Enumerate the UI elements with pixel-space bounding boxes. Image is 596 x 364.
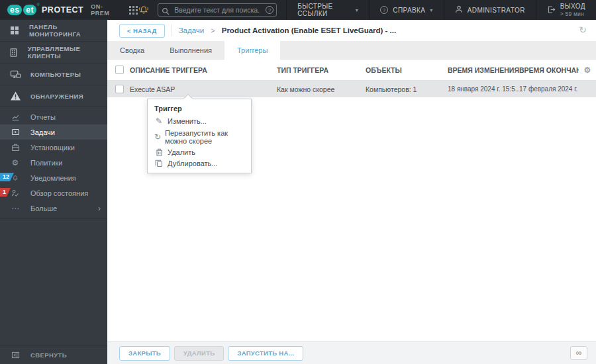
top-bar: es et ® PROTECT ON-PREM ? <box>0 0 596 20</box>
notifications-bell-icon[interactable] <box>138 5 150 15</box>
row-description: Execute ASAP <box>130 85 277 93</box>
gear-icon: ⚙ <box>0 158 30 167</box>
menu-item-duplicate[interactable]: Дублировать... <box>148 158 251 169</box>
tab-label: Триггеры <box>237 46 268 54</box>
run-on-button[interactable]: ЗАПУСТИТЬ НА... <box>228 346 303 361</box>
close-button[interactable]: ЗАКРЫТЬ <box>119 346 170 361</box>
back-button[interactable]: < НАЗАД <box>119 24 165 38</box>
sidebar-item-label: Установщики <box>30 144 75 152</box>
apps-grid-icon[interactable] <box>129 6 138 15</box>
tab-triggers[interactable]: Триггеры <box>224 41 280 60</box>
product-name: PROTECT <box>42 5 83 15</box>
help-label: СПРАВКА <box>393 7 425 14</box>
sidebar: ПАНЕЛЬ МОНИТОРИНГА УПРАВЛЯЕМЫЕ КЛИЕНТЫ <box>0 20 107 364</box>
column-header-expiration[interactable]: ВРЕМЯ ОКОНЧАНИЯ. <box>519 66 579 74</box>
reports-icon <box>0 113 30 121</box>
menu-item-edit[interactable]: ✎ Изменить... <box>148 114 251 127</box>
delete-icon <box>154 148 164 156</box>
refresh-icon[interactable]: ↻ <box>579 24 587 35</box>
search-input[interactable] <box>158 3 277 17</box>
main-content: < НАЗАД Задачи > Product Activation (Ena… <box>107 20 596 364</box>
help-icon: ? <box>380 6 388 14</box>
tab-executions[interactable]: Выполнения <box>157 41 224 59</box>
chevron-right-icon: › <box>98 204 101 213</box>
rerun-icon: ↻ <box>154 132 161 142</box>
column-settings-gear-icon[interactable]: ⚙ <box>579 66 596 75</box>
column-header-description[interactable]: ОПИСАНИЕ ТРИГГЕРА <box>130 66 277 74</box>
quick-links-label: БЫСТРЫЕ ССЫЛКИ <box>297 3 351 17</box>
sidebar-item-tasks[interactable]: Задачи <box>0 124 107 140</box>
more-icon: ⋯ <box>0 204 30 213</box>
breadcrumb-parent-link[interactable]: Задачи <box>179 26 205 34</box>
menu-item-delete[interactable]: Удалить <box>148 146 251 158</box>
select-all-checkbox[interactable] <box>115 66 124 74</box>
menu-item-label: Дублировать... <box>168 159 217 167</box>
show-all-infinity-button[interactable]: ∞ <box>570 346 587 360</box>
action-footer: ЗАКРЫТЬ УДАЛИТЬ ЗАПУСТИТЬ НА... ∞ <box>107 341 596 364</box>
user-label: ADMINISTRATOR <box>468 7 525 14</box>
trigger-context-menu: Триггер ✎ Изменить... ↻ Перезапустить ка… <box>147 99 252 173</box>
computers-icon <box>0 69 30 79</box>
sidebar-item-label: УПРАВЛЯЕМЫЕ КЛИЕНТЫ <box>28 45 107 60</box>
column-header-targets[interactable]: ОБЪЕКТЫ <box>366 66 448 74</box>
delete-button[interactable]: УДАЛИТЬ <box>174 346 224 361</box>
table-header: ОПИСАНИЕ ТРИГГЕРА ТИП ТРИГГЕРА ОБЪЕКТЫ В… <box>107 60 596 81</box>
sidebar-item-reports[interactable]: Отчеты <box>0 109 107 124</box>
breadcrumb-current: Product Activation (Enable ESET LiveGuar… <box>222 26 396 34</box>
row-targets: Компьютеров: 1 <box>366 85 448 93</box>
sidebar-item-detections[interactable]: ОБНАРУЖЕНИЯ <box>0 85 107 107</box>
menu-item-label: Изменить... <box>168 117 207 125</box>
column-header-modified[interactable]: ВРЕМЯ ИЗМЕНЕНИЯ <box>448 66 519 74</box>
sidebar-item-label: Обзор состояния <box>30 189 88 197</box>
user-icon <box>455 5 463 15</box>
logout-session-time: > 59 мин <box>560 11 585 17</box>
tab-label: Сводка <box>120 46 144 54</box>
logout-button[interactable]: ВЫХОД > 59 мин <box>536 0 596 20</box>
help-menu[interactable]: ? СПРАВКА ▾ <box>369 0 443 20</box>
breadcrumb: < НАЗАД Задачи > Product Activation (Ena… <box>107 20 596 41</box>
sidebar-item-computers[interactable]: КОМПЬЮТЕРЫ <box>0 64 107 85</box>
installer-box-icon <box>0 143 30 152</box>
product-suffix: ON-PREM <box>91 3 117 17</box>
sidebar-item-label: ОБНАРУЖЕНИЯ <box>30 93 83 100</box>
quick-links-menu[interactable]: БЫСТРЫЕ ССЫЛКИ ▾ <box>286 0 369 20</box>
sidebar-item-label: КОМПЬЮТЕРЫ <box>30 71 81 78</box>
sidebar-item-more[interactable]: ⋯ Больше › <box>0 201 107 216</box>
tab-summary[interactable]: Сводка <box>107 41 157 59</box>
row-checkbox[interactable] <box>115 85 124 93</box>
logout-icon <box>547 5 556 15</box>
chevron-down-icon: ▾ <box>430 7 432 13</box>
row-modified-time: 18 января 2024 г. 15:5... <box>448 85 519 93</box>
sidebar-item-status-overview[interactable]: Обзор состояния <box>0 185 107 201</box>
sidebar-item-policies[interactable]: ⚙ Политики <box>0 155 107 170</box>
logout-label: ВЫХОД <box>560 3 585 11</box>
sidebar-collapse-button[interactable]: СВЕРНУТЬ <box>0 345 107 364</box>
sidebar-item-installers[interactable]: Установщики <box>0 140 107 155</box>
warning-triangle-icon <box>0 91 30 101</box>
menu-item-label: Перезапустить как можно скорее <box>165 129 244 145</box>
menu-item-rerun-asap[interactable]: ↻ Перезапустить как можно скорее <box>148 127 251 146</box>
search-icon <box>162 6 170 18</box>
edit-icon: ✎ <box>154 116 164 126</box>
sidebar-item-managed-clients[interactable]: УПРАВЛЯЕМЫЕ КЛИЕНТЫ <box>0 42 107 64</box>
table-row[interactable]: Execute ASAP Как можно скорее Компьютеро… <box>107 81 596 97</box>
user-menu[interactable]: ADMINISTRATOR <box>444 0 536 20</box>
column-header-trigger-type[interactable]: ТИП ТРИГГЕРА <box>277 66 366 74</box>
building-icon <box>0 48 28 58</box>
menu-item-label: Удалить <box>168 148 195 156</box>
sidebar-item-notifications[interactable]: Уведомления <box>0 170 107 185</box>
sidebar-item-dashboard[interactable]: ПАНЕЛЬ МОНИТОРИНГА <box>0 20 107 42</box>
eset-logo: es et ® <box>7 5 36 15</box>
collapse-label: СВЕРНУТЬ <box>30 351 67 359</box>
row-trigger-type: Как можно скорее <box>277 85 366 93</box>
sidebar-item-label: Уведомления <box>30 174 76 182</box>
sidebar-item-label: Отчеты <box>30 113 56 121</box>
breadcrumb-separator: > <box>211 26 215 34</box>
sidebar-item-label: Политики <box>30 159 63 167</box>
collapse-icon <box>0 351 30 359</box>
eset-logo-segment: et <box>23 5 36 15</box>
eset-logo-segment: es <box>7 5 22 15</box>
registered-mark: ® <box>37 3 40 7</box>
dashboard-icon <box>0 25 29 36</box>
tab-bar: Сводка Выполнения Триггеры <box>107 41 596 60</box>
